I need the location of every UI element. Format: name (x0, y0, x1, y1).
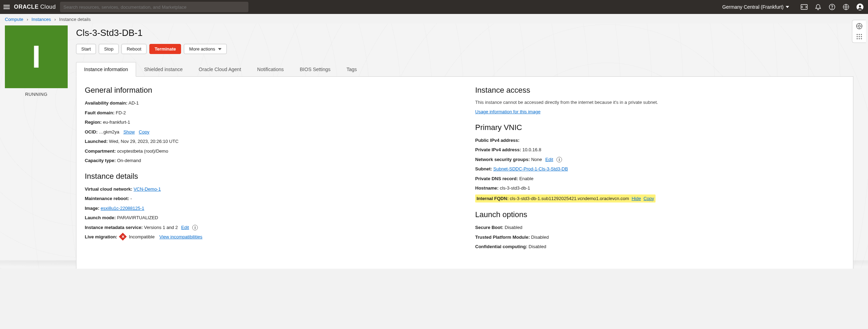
row-ocid: OCID: …gkm2ya Show Copy (85, 129, 454, 136)
row-compartment: Compartment: ocvptestbeta (root)/Demo (85, 148, 454, 155)
svg-point-8 (856, 34, 858, 35)
action-bar: Start Stop Reboot Terminate More actions (76, 44, 853, 54)
row-subnet: Subnet: Subnet-SDDC-Prod-1-Cls-3-Std3-DB (475, 166, 845, 173)
search-input[interactable] (63, 5, 245, 10)
caret-down-icon (218, 48, 222, 50)
instance-letter: I (32, 39, 40, 75)
instance-status: RUNNING (5, 92, 68, 97)
access-note: This instance cannot be accessed directl… (475, 100, 845, 105)
svg-point-2 (832, 8, 832, 8)
svg-point-13 (861, 36, 862, 37)
row-launchmode: Launch mode: PARAVIRTUALIZED (85, 214, 454, 221)
brand-light: Cloud (40, 4, 56, 10)
brand-bold: ORACLE (14, 4, 39, 10)
region-label: Germany Central (Frankfurt) (722, 4, 784, 10)
fqdn-hide-link[interactable]: Hide (631, 196, 641, 201)
svg-point-7 (858, 25, 860, 27)
tab-instance-info[interactable]: Instance information (76, 62, 136, 77)
row-livemigration: Live migration: Incompatible View incomp… (85, 234, 454, 240)
tab-notifications[interactable]: Notifications (249, 62, 292, 77)
row-hostname: Hostname: cls-3-std3-db-1 (475, 185, 845, 192)
profile-icon[interactable] (855, 2, 865, 12)
vnic-heading: Primary VNIC (475, 123, 845, 132)
brand: ORACLE Cloud (14, 4, 56, 10)
breadcrumb-instances[interactable]: Instances (31, 17, 51, 22)
row-dns: Private DNS record: Enable (475, 175, 845, 182)
incompatible-icon (119, 233, 127, 241)
svg-point-11 (856, 36, 858, 37)
grid-icon[interactable] (855, 33, 863, 40)
row-launched: Launched: Wed, Nov 29, 2023, 20:26:10 UT… (85, 138, 454, 145)
info-icon[interactable]: i (556, 157, 562, 162)
more-actions-label: More actions (189, 46, 215, 52)
view-incompat-link[interactable]: View incompatibilities (159, 234, 202, 239)
top-bar: ORACLE Cloud Germany Central (Frankfurt) (0, 0, 868, 14)
start-button[interactable]: Start (76, 44, 96, 54)
instance-tile-column: I RUNNING (5, 25, 68, 97)
devtools-icon[interactable] (800, 2, 809, 12)
svg-point-14 (856, 38, 858, 39)
row-pubip: Public IPv4 address: (475, 137, 845, 144)
tab-shielded[interactable]: Shielded instance (136, 62, 191, 77)
globe-icon[interactable] (841, 2, 851, 12)
announcements-icon[interactable] (814, 2, 823, 12)
svg-point-16 (861, 38, 862, 39)
info-panel: General information Availability domain:… (76, 77, 853, 269)
breadcrumb-compute[interactable]: Compute (5, 17, 23, 22)
tab-bar: Instance information Shielded instance O… (76, 62, 853, 77)
tab-tags[interactable]: Tags (338, 62, 365, 77)
fqdn-copy-link[interactable]: Copy (643, 196, 654, 201)
svg-point-9 (859, 34, 860, 35)
main-column: Cls-3-Std3-DB-1 Start Stop Reboot Termin… (76, 25, 863, 269)
ocid-show-link[interactable]: Show (124, 129, 135, 135)
svg-point-15 (859, 38, 860, 39)
row-tpm: Trusted Platform Module: Disabled (475, 234, 845, 241)
row-nsg: Network security groups: None Edit i (475, 156, 845, 163)
info-icon[interactable]: i (192, 225, 198, 230)
row-privip: Private IPv4 address: 10.0.16.8 (475, 146, 845, 153)
region-selector[interactable]: Germany Central (Frankfurt) (722, 4, 789, 10)
details-heading: Instance details (85, 172, 454, 181)
global-search[interactable] (60, 2, 248, 12)
row-vcn: Virtual cloud network: VCN-Demo-1 (85, 186, 454, 193)
launchopt-heading: Launch options (475, 210, 845, 219)
image-link[interactable]: esxi8u1c-22088125-1 (101, 206, 144, 211)
subnet-link[interactable]: Subnet-SDDC-Prod-1-Cls-3-Std3-DB (493, 166, 568, 171)
row-region: Region: eu-frankfurt-1 (85, 119, 454, 126)
instance-tile: I (5, 25, 68, 88)
page-title: Cls-3-Std3-DB-1 (76, 28, 853, 38)
usage-info-link[interactable]: Usage information for this image (475, 109, 540, 114)
breadcrumb-current: Instance details (59, 17, 91, 22)
row-confidential: Confidential computing: Disabled (475, 243, 845, 250)
row-fd: Fault domain: FD-2 (85, 109, 454, 116)
more-actions-button[interactable]: More actions (184, 44, 226, 54)
row-capacity: Capacity type: On-demand (85, 157, 454, 164)
general-heading: General information (85, 86, 454, 95)
help-icon[interactable] (828, 2, 837, 12)
svg-point-12 (859, 36, 860, 37)
vcn-link[interactable]: VCN-Demo-1 (134, 186, 161, 192)
row-image: Image: esxi8u1c-22088125-1 (85, 205, 454, 212)
chevron-down-icon (786, 6, 789, 8)
row-fqdn: Internal FQDN: cls-3-std3-db-1.sub112920… (475, 194, 845, 203)
reboot-button[interactable]: Reboot (121, 44, 147, 54)
row-maint: Maintenance reboot: - (85, 195, 454, 202)
terminate-button[interactable]: Terminate (149, 44, 181, 54)
breadcrumb: Compute Instances Instance details (0, 14, 868, 23)
tab-bios[interactable]: BIOS Settings (292, 62, 338, 77)
support-icon[interactable] (855, 22, 863, 30)
stop-button[interactable]: Stop (99, 44, 119, 54)
right-dock (852, 20, 866, 43)
access-heading: Instance access (475, 86, 845, 95)
row-secureboot: Secure Boot: Disabled (475, 224, 845, 231)
row-ad: Availability domain: AD-1 (85, 100, 454, 107)
svg-point-10 (861, 34, 862, 35)
tab-agent[interactable]: Oracle Cloud Agent (191, 62, 249, 77)
nsg-edit-link[interactable]: Edit (545, 157, 553, 162)
row-metadata: Instance metadata service: Versions 1 an… (85, 224, 454, 231)
svg-point-5 (859, 5, 861, 7)
top-icon-group (800, 2, 865, 12)
nav-menu-icon[interactable] (3, 4, 10, 10)
metadata-edit-link[interactable]: Edit (181, 225, 189, 230)
ocid-copy-link[interactable]: Copy (139, 129, 149, 135)
